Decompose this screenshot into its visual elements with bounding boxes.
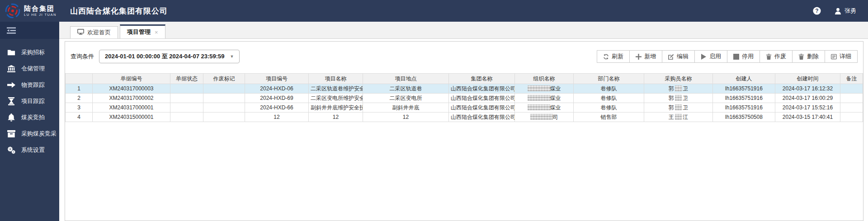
play-icon (701, 54, 707, 60)
add-button[interactable]: 新增 (629, 50, 662, 63)
date-range-select[interactable]: 2024-01-01 00:00:00 至 2024-04-07 23:59:5… (99, 50, 240, 63)
edit-button[interactable]: 编辑 (662, 50, 695, 63)
cell-doc-no: XM240317000001 (93, 103, 170, 113)
tab-label: 项目管理 (127, 28, 151, 36)
collapse-menu-icon (7, 27, 16, 34)
refresh-icon (603, 54, 609, 60)
bank-icon (7, 65, 15, 73)
cell-row-number: 3 (66, 103, 93, 113)
user-menu[interactable]: 张勇 (835, 7, 856, 15)
close-icon[interactable]: × (155, 29, 158, 36)
sidebar-item-material-tracking[interactable]: 物资跟踪 (0, 77, 59, 93)
column-header-org-name: 组织名称 (515, 74, 574, 84)
void-button[interactable]: 作废 (760, 50, 793, 63)
monitor-icon (77, 29, 84, 36)
user-icon (835, 8, 841, 14)
folder-icon (7, 48, 15, 56)
top-header-bar: 陆合集团 LU HE JI TUAN 山西陆合煤化集团有限公司 ? 张勇 (0, 0, 868, 22)
cell-void-flag (203, 113, 245, 122)
column-header-remark: 备注 (840, 74, 863, 84)
help-icon[interactable]: ? (813, 7, 821, 15)
table-row[interactable]: 4XM240315000001121212山西陆合煤化集团有限公司司销售部王江l… (66, 113, 863, 122)
button-label: 编辑 (677, 52, 689, 61)
sidebar-collapse-button[interactable] (0, 22, 59, 39)
table-body: 1XM2403170000032024-HXD-06二采区轨道巷维护安全技术二采… (66, 84, 863, 122)
column-header-project-no: 项目编号 (245, 74, 309, 84)
cell-dept-name: 巷修队 (574, 103, 644, 113)
cell-project-location: 二采区轨道巷 (363, 84, 449, 94)
cell-doc-status (170, 113, 203, 122)
cell-doc-status (170, 84, 203, 94)
cell-void-flag (203, 94, 245, 103)
tab-welcome[interactable]: 欢迎首页 (70, 26, 118, 38)
query-label: 查询条件 (71, 52, 94, 61)
sidebar-item-coal-auction[interactable]: 煤炭竞拍 (0, 109, 59, 126)
cell-doc-no: XM240317000003 (93, 84, 170, 94)
cell-doc-status (170, 94, 203, 103)
cell-void-flag (203, 103, 245, 113)
brand-name: 陆合集团 (24, 5, 57, 12)
tab-project-management[interactable]: 项目管理× (120, 24, 165, 38)
brand-subtitle: LU HE JI TUAN (24, 13, 57, 17)
table-row[interactable]: 1XM2403170000032024-HXD-06二采区轨道巷维护安全技术二采… (66, 84, 863, 94)
button-label: 删除 (807, 52, 819, 61)
cell-doc-no: XM240317000002 (93, 94, 170, 103)
content-panel: 查询条件 2024-01-01 00:00:00 至 2024-04-07 23… (65, 41, 863, 221)
disable-button[interactable]: 停用 (727, 50, 760, 63)
cell-project-name: 副斜井井底维护安全技术措 (309, 103, 363, 113)
sidebar-item-project-tracking[interactable]: 项目跟踪 (0, 93, 59, 109)
column-header-purchaser-name: 采购员名称 (644, 74, 713, 84)
redacted-block (675, 114, 682, 120)
button-label: 新增 (644, 52, 656, 61)
column-header-group-name: 集团名称 (449, 74, 515, 84)
column-header-doc-no: 单据编号 (93, 74, 170, 84)
date-range-value: 2024-01-01 00:00:00 至 2024-04-07 23:59:5… (105, 52, 225, 61)
cell-purchaser-name: 王江 (644, 113, 713, 122)
trash-icon (766, 54, 772, 60)
cell-remark (840, 113, 863, 122)
detail-button[interactable]: 详细 (825, 50, 858, 63)
cell-row-number: 2 (66, 94, 93, 103)
sidebar-item-warehouse-management[interactable]: 仓储管理 (0, 61, 59, 77)
sidebar-item-procurement-bidding[interactable]: 采购招标 (0, 44, 59, 61)
sidebar-menu: 采购招标仓储管理物资跟踪项目跟踪煤炭竞拍采购煤炭竞采系统设置 (0, 39, 59, 158)
redacted-block (675, 95, 682, 101)
cell-project-name: 二采区轨道巷维护安全技术 (309, 84, 363, 94)
stop-icon (733, 54, 739, 60)
sidebar-item-label: 采购煤炭竞采 (21, 130, 57, 138)
cell-dept-name: 销售部 (574, 113, 644, 122)
cell-create-time: 2024-03-17 16:00:29 (775, 94, 840, 103)
tab-label: 欢迎首页 (87, 28, 111, 37)
detail-icon (831, 54, 837, 60)
cell-void-flag (203, 84, 245, 94)
cell-create-time: 2024-03-17 15:52:16 (775, 103, 840, 113)
bell-icon (7, 113, 15, 122)
cell-org-name: 煤业 (515, 103, 574, 113)
sidebar: 采购招标仓储管理物资跟踪项目跟踪煤炭竞拍采购煤炭竞采系统设置 (0, 22, 59, 221)
cell-project-no: 2024-HXD-06 (245, 84, 309, 94)
gears-icon (7, 146, 15, 154)
cell-create-time: 2024-03-15 17:40:41 (775, 113, 840, 122)
cell-creator: lh16635750508 (713, 113, 775, 122)
cell-org-name: 司 (515, 113, 574, 122)
table-row[interactable]: 2XM2403170000022024-HXD-69二采区变电所维护安全技术二采… (66, 94, 863, 103)
cell-org-name: 煤业 (515, 84, 574, 94)
sidebar-item-system-settings[interactable]: 系统设置 (0, 142, 59, 158)
chevron-down-icon: ▼ (230, 54, 234, 59)
button-label: 停用 (742, 52, 754, 61)
sidebar-item-coal-procurement-auction[interactable]: 采购煤炭竞采 (0, 126, 59, 142)
cell-create-time: 2024-03-17 16:12:32 (775, 84, 840, 94)
cell-row-number: 4 (66, 113, 93, 122)
refresh-button[interactable]: 刷新 (597, 50, 630, 63)
company-logo-icon (5, 3, 21, 19)
cell-remark (840, 84, 863, 94)
sidebar-item-label: 采购招标 (21, 48, 45, 56)
page-title: 山西陆合煤化集团有限公司 (70, 6, 168, 16)
cell-purchaser-name: 郭卫 (644, 94, 713, 103)
table-row[interactable]: 3XM2403170000012024-HXD-66副斜井井底维护安全技术措副斜… (66, 103, 863, 113)
cell-group-name: 山西陆合煤化集团有限公司 (449, 113, 515, 122)
enable-button[interactable]: 启用 (694, 50, 727, 63)
column-header-project-name: 项目名称 (309, 74, 363, 84)
delete-button[interactable]: 删除 (792, 50, 825, 63)
cell-doc-no: XM240315000001 (93, 113, 170, 122)
